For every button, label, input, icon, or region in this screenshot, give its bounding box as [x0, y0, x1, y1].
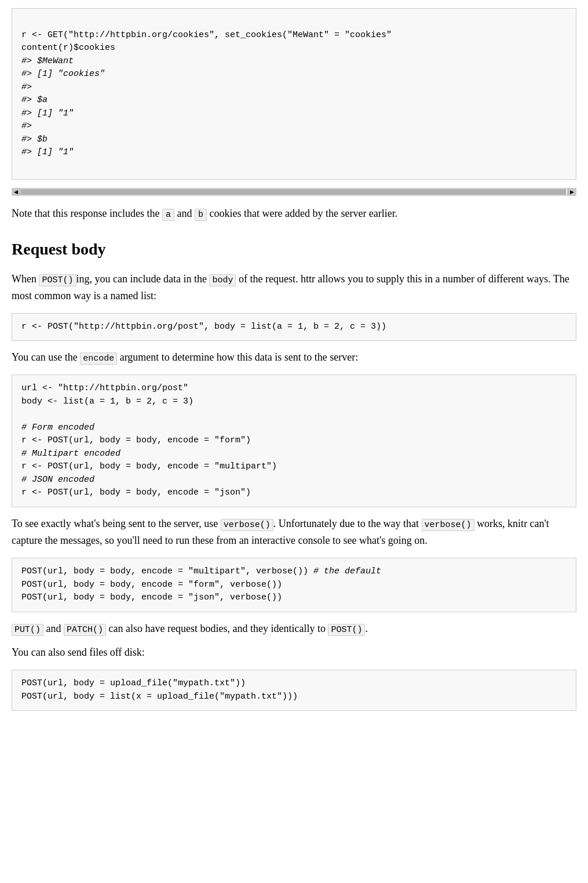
- top-code-block: r <- GET("http://httpbin.org/cookies", s…: [12, 8, 576, 180]
- scroll-thumb[interactable]: [21, 189, 566, 195]
- horizontal-scrollbar[interactable]: ◀ ▶: [12, 188, 576, 196]
- encode-line-1: url <- "http://httpbin.org/post": [21, 383, 188, 393]
- inline-code-post: POST(): [39, 274, 76, 286]
- encode-line-9: r <- POST(url, body = body, encode = "js…: [21, 488, 251, 497]
- inline-code-patch: PATCH(): [64, 624, 106, 636]
- encode-line-7: r <- POST(url, body = body, encode = "mu…: [21, 462, 277, 471]
- encode-after: argument to determine how this data is s…: [117, 351, 358, 363]
- inline-code-b: b: [195, 209, 207, 221]
- scroll-right-arrow[interactable]: ▶: [568, 188, 576, 195]
- encode-line-4: # Form encoded: [21, 423, 94, 433]
- encode-line-6: # Multipart encoded: [21, 449, 120, 459]
- encode-code-block: url <- "http://httpbin.org/post" body <-…: [12, 375, 576, 507]
- post-simple-code-block: r <- POST("http://httpbin.org/post", bod…: [12, 313, 576, 341]
- request-body-para1: When POST()ing, you can include data in …: [12, 271, 576, 305]
- code-line-3: #> $MeWant: [21, 56, 74, 66]
- inline-code-a: a: [162, 209, 174, 221]
- verbose-middle: . Unfortunately due to the way that: [273, 518, 422, 529]
- encode-line-3: [21, 409, 27, 419]
- verbose-code-block: POST(url, body = body, encode = "multipa…: [12, 558, 576, 612]
- code-line-8: #>: [21, 121, 32, 131]
- scroll-left-arrow[interactable]: ◀: [12, 188, 20, 195]
- encode-paragraph: You can use the encode argument to deter…: [12, 349, 576, 366]
- inline-code-body: body: [209, 274, 236, 286]
- verbose-line-3: POST(url, body = body, encode = "json", …: [21, 593, 282, 602]
- inline-code-put: PUT(): [12, 624, 43, 636]
- note-before-a: Note that this response includes the: [12, 208, 162, 219]
- encode-line-2: body <- list(a = 1, b = 2, c = 3): [21, 397, 193, 406]
- note-paragraph: Note that this response includes the a a…: [12, 205, 576, 223]
- files-line-1: POST(url, body = upload_file("mypath.txt…: [21, 678, 246, 688]
- code-line-1: r <- GET("http://httpbin.org/cookies", s…: [21, 30, 392, 40]
- verbose-line-2: POST(url, body = body, encode = "form", …: [21, 580, 282, 590]
- verbose-before: To see exactly what's being sent to the …: [12, 518, 221, 529]
- code-line-4: #> [1] "cookies": [21, 69, 105, 79]
- note-between: and: [174, 208, 195, 219]
- code-line-5: #>: [21, 82, 32, 92]
- inline-code-encode: encode: [80, 353, 117, 365]
- put-patch-paragraph: PUT() and PATCH() can also have request …: [12, 620, 576, 638]
- code-line-7: #> [1] "1": [21, 108, 74, 118]
- inline-code-verbose2: verbose(): [422, 519, 474, 531]
- put-middle: can also have request bodies, and they i…: [106, 623, 328, 634]
- request-body-heading: Request body: [12, 237, 576, 263]
- verbose-line-1: POST(url, body = body, encode = "multipa…: [21, 566, 381, 576]
- encode-before: You can use the: [12, 351, 80, 363]
- top-code-section: r <- GET("http://httpbin.org/cookies", s…: [12, 8, 576, 196]
- inline-code-post2: POST(): [328, 624, 365, 636]
- post-code-line: r <- POST("http://httpbin.org/post", bod…: [21, 322, 386, 332]
- files-line-2: POST(url, body = list(x = upload_file("m…: [21, 692, 298, 702]
- para1-ing: ing, you can include data in the: [76, 273, 210, 285]
- code-line-9: #> $b: [21, 135, 48, 144]
- code-line-2: content(r)$cookies: [21, 43, 115, 53]
- verbose-paragraph: To see exactly what's being sent to the …: [12, 515, 576, 550]
- encode-line-5: r <- POST(url, body = body, encode = "fo…: [21, 435, 251, 445]
- para1-when: When: [12, 273, 39, 285]
- inline-code-verbose1: verbose(): [221, 519, 273, 531]
- put-end: .: [365, 623, 368, 634]
- code-line-10: #> [1] "1": [21, 147, 74, 157]
- code-line-6: #> $a: [21, 95, 48, 105]
- note-after-b: cookies that were added by the server ea…: [207, 208, 397, 219]
- encode-line-8: # JSON encoded: [21, 475, 94, 485]
- put-and: and: [43, 623, 64, 634]
- files-code-block: POST(url, body = upload_file("mypath.txt…: [12, 670, 576, 711]
- send-files-paragraph: You can also send files off disk:: [12, 644, 576, 662]
